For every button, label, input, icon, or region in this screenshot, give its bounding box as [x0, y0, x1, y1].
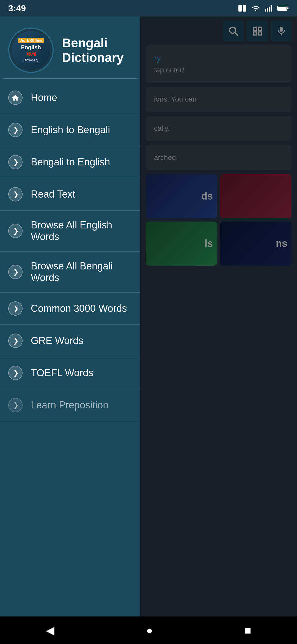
nav-list: Home ❯ English to Bengali ❯ Bengali to E… [0, 82, 140, 644]
drawer: Work Offline English বাংলা Dictionary Be… [0, 17, 140, 644]
right-panel: ry tap enter/ ions. You can cally. arche… [140, 17, 297, 644]
svg-rect-14 [258, 32, 261, 35]
recent-button[interactable]: ■ [244, 624, 251, 637]
sidebar-item-browse-all-english-words-label: Browse All English Words [31, 219, 132, 242]
svg-rect-7 [287, 7, 288, 9]
sidebar-item-read-text[interactable]: ❯ Read Text [0, 178, 140, 211]
system-nav-bar: ◀ ● ■ [0, 616, 297, 644]
sidebar-item-common-3000-words[interactable]: ❯ Common 3000 Words [0, 293, 140, 325]
right-card-text-1: tap enter/ [154, 66, 283, 74]
logo-work-offline-text: Work Offline [18, 38, 44, 43]
main-layout: Work Offline English বাংলা Dictionary Be… [0, 17, 297, 644]
right-card-text-4: arched. [154, 153, 283, 162]
status-time: 3:49 [8, 3, 26, 13]
sidebar-item-english-to-bengali[interactable]: ❯ English to Bengali [0, 114, 140, 146]
scan-button[interactable] [247, 21, 268, 41]
sidebar-item-toefl-words-label: TOEFL Words [31, 367, 93, 379]
arrow-icon-read-text: ❯ [8, 187, 23, 201]
status-bar: 3:49 [0, 0, 297, 17]
card-thumb-2 [220, 174, 292, 218]
card-thumb-1: ds [146, 174, 217, 218]
battery-icon [277, 5, 289, 11]
sidebar-item-learn-preposition-label: Learn Preposition [31, 399, 108, 411]
sidebar-item-home[interactable]: Home [0, 82, 140, 114]
search-button[interactable] [223, 21, 244, 41]
logo-english-text: English [21, 44, 41, 51]
right-card-text-3: cally. [154, 124, 283, 133]
wifi-icon [251, 4, 261, 12]
search-icon [228, 26, 239, 36]
card-thumb-3: ls [146, 222, 217, 266]
sidebar-item-read-text-label: Read Text [31, 189, 75, 200]
arrow-icon-toefl: ❯ [8, 366, 23, 380]
status-icons [238, 4, 289, 12]
sim-icon [238, 4, 247, 12]
logo-bangla-text: বাংলা [26, 51, 36, 58]
mic-icon [276, 26, 287, 36]
scan-icon [252, 26, 263, 36]
sidebar-item-common-3000-words-label: Common 3000 Words [31, 303, 127, 314]
svg-rect-4 [269, 7, 270, 12]
sidebar-item-learn-preposition[interactable]: ❯ Learn Preposition [0, 389, 140, 421]
arrow-icon-gre: ❯ [8, 334, 23, 348]
svg-rect-15 [280, 27, 283, 32]
svg-rect-13 [253, 32, 256, 35]
sidebar-item-home-label: Home [31, 92, 57, 103]
sidebar-item-browse-all-bengali-words[interactable]: ❯ Browse All Bengali Words [0, 252, 140, 293]
arrow-icon-learn-preposition: ❯ [8, 398, 23, 412]
svg-rect-2 [265, 9, 266, 12]
mic-button[interactable] [271, 21, 292, 41]
sidebar-item-bengali-to-english-label: Bengali to English [31, 156, 110, 168]
drawer-header: Work Offline English বাংলা Dictionary Be… [0, 17, 140, 78]
svg-rect-0 [238, 5, 242, 12]
app-title: BengaliDictionary [62, 36, 124, 65]
logo-dictionary-text: Dictionary [21, 58, 40, 63]
sidebar-item-browse-all-bengali-words-label: Browse All Bengali Words [31, 260, 132, 283]
svg-rect-11 [253, 27, 256, 30]
back-button[interactable]: ◀ [46, 624, 54, 637]
svg-rect-5 [271, 5, 272, 12]
svg-rect-8 [278, 7, 287, 10]
svg-rect-1 [243, 5, 246, 12]
sidebar-item-bengali-to-english[interactable]: ❯ Bengali to English [0, 146, 140, 178]
sidebar-item-gre-words-label: GRE Words [31, 335, 83, 346]
home-icon-wrap [8, 91, 23, 105]
sidebar-item-gre-words[interactable]: ❯ GRE Words [0, 325, 140, 357]
arrow-icon-bengali-to-english: ❯ [8, 155, 23, 169]
arrow-icon-browse-bengali: ❯ [8, 265, 23, 279]
sidebar-item-toefl-words[interactable]: ❯ TOEFL Words [0, 357, 140, 389]
app-logo: Work Offline English বাংলা Dictionary [8, 28, 54, 73]
sidebar-item-english-to-bengali-label: English to Bengali [31, 124, 110, 136]
svg-rect-12 [258, 27, 261, 30]
arrow-icon-browse-english: ❯ [8, 224, 23, 238]
home-button[interactable]: ● [146, 624, 153, 637]
card-thumb-4: ns [220, 222, 292, 266]
svg-line-10 [235, 32, 238, 35]
right-card-text-2: ions. You can [154, 95, 283, 103]
drawer-divider [3, 78, 138, 79]
signal-icon [265, 4, 273, 12]
home-icon [12, 94, 19, 102]
svg-rect-3 [267, 8, 268, 12]
arrow-icon-common-3000: ❯ [8, 301, 23, 316]
arrow-icon-english-to-bengali: ❯ [8, 123, 23, 137]
right-highlight-text-1: ry [154, 54, 283, 63]
sidebar-item-browse-all-english-words[interactable]: ❯ Browse All English Words [0, 211, 140, 252]
